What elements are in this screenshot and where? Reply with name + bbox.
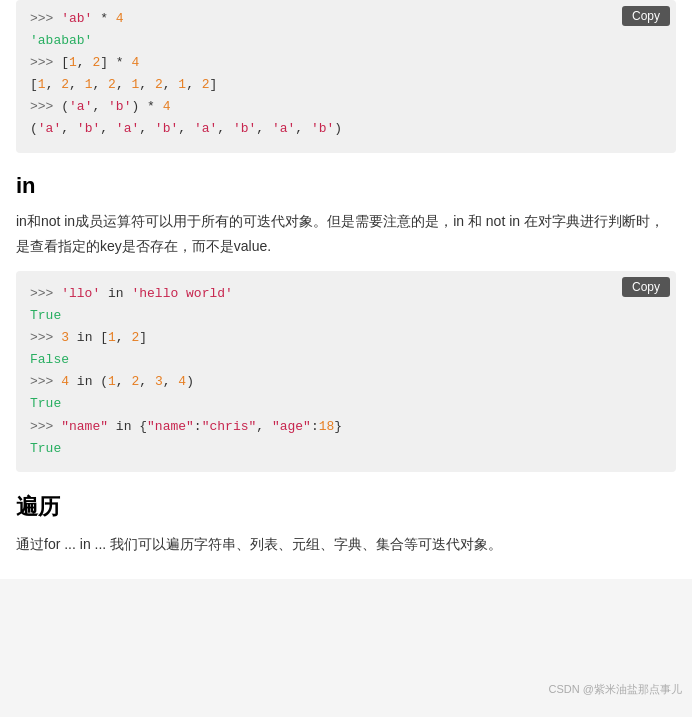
- prompt: >>>: [30, 55, 61, 70]
- section-in-text: in和not in成员运算符可以用于所有的可迭代对象。但是需要注意的是，in 和…: [16, 209, 676, 259]
- code-line-3: >>> [1, 2] * 4: [30, 52, 662, 74]
- code-string: 'ab': [61, 11, 92, 26]
- in-code-line-7: >>> "name" in {"name":"chris", "age":18}: [30, 416, 662, 438]
- in-code-line-3: >>> 3 in [1, 2]: [30, 327, 662, 349]
- in-code-line-4: False: [30, 349, 662, 371]
- prompt: >>>: [30, 11, 61, 26]
- in-code-line-1: >>> 'llo' in 'hello world': [30, 283, 662, 305]
- watermark: CSDN @紫米油盐那点事儿: [549, 682, 682, 697]
- copy-button-in[interactable]: Copy: [622, 277, 670, 297]
- in-code-line-8: True: [30, 438, 662, 460]
- code-op-space: *: [92, 11, 115, 26]
- code-line-1: >>> 'ab' * 4: [30, 8, 662, 30]
- code-num1: 1: [69, 55, 77, 70]
- code-num3: 4: [131, 55, 139, 70]
- section-traverse-text: 通过for ... in ... 我们可以遍历字符串、列表、元组、字典、集合等可…: [16, 532, 676, 557]
- code-bracket: [: [61, 55, 69, 70]
- page-content: Copy >>> 'ab' * 4 'ababab' >>> [1, 2] * …: [0, 0, 692, 579]
- in-code-line-5: >>> 4 in (1, 2, 3, 4): [30, 371, 662, 393]
- code-line-5: >>> ('a', 'b') * 4: [30, 96, 662, 118]
- section-in-heading: in: [16, 173, 676, 199]
- copy-button-top[interactable]: Copy: [622, 6, 670, 26]
- in-code-line-6: True: [30, 393, 662, 415]
- top-code-block: Copy >>> 'ab' * 4 'ababab' >>> [1, 2] * …: [16, 0, 676, 153]
- code-result: 'ababab': [30, 33, 92, 48]
- section-traverse-heading: 遍历: [16, 492, 676, 522]
- in-code-line-2: True: [30, 305, 662, 327]
- code-line-4: [1, 2, 1, 2, 1, 2, 1, 2]: [30, 74, 662, 96]
- prompt: >>>: [30, 99, 61, 114]
- code-line-6: ('a', 'b', 'a', 'b', 'a', 'b', 'a', 'b'): [30, 118, 662, 140]
- in-code-block: Copy >>> 'llo' in 'hello world' True >>>…: [16, 271, 676, 472]
- code-number: 4: [116, 11, 124, 26]
- code-line-2: 'ababab': [30, 30, 662, 52]
